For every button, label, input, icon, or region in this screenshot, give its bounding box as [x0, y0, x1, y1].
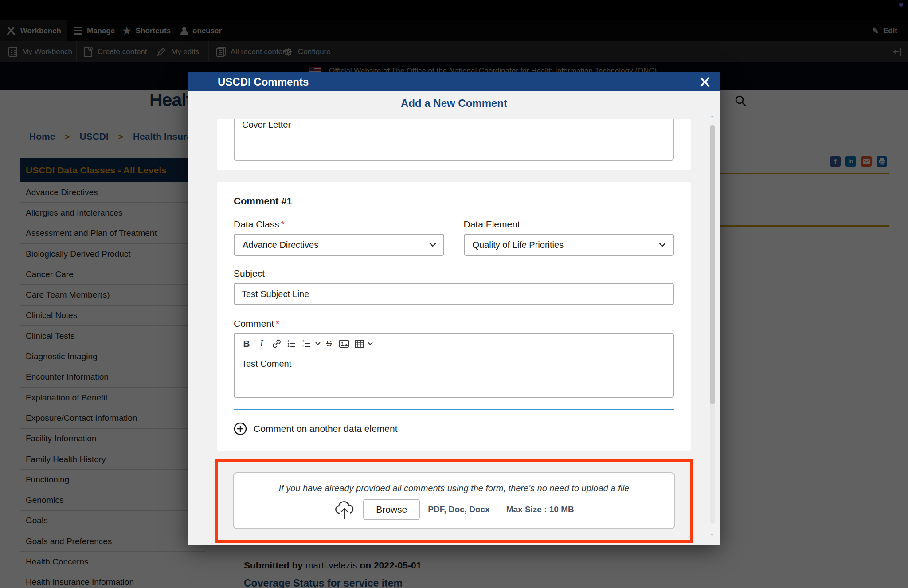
- required-marker: *: [281, 219, 285, 229]
- link-icon[interactable]: [269, 337, 284, 351]
- required-marker: *: [276, 318, 279, 329]
- plus-circle-icon: [234, 422, 247, 435]
- screen: Workbench Manage ★ Shortcuts oncuser ✎ E…: [0, 0, 908, 588]
- data-class-label: Data Class*: [234, 219, 444, 230]
- browse-button[interactable]: Browse: [363, 499, 420, 520]
- chevron-down-icon[interactable]: [367, 337, 374, 351]
- numbered-list-icon[interactable]: 12: [299, 337, 314, 351]
- data-class-select[interactable]: Advance Directives: [234, 234, 444, 256]
- add-comment-label: Comment on another data element: [254, 423, 398, 434]
- highlight-box: If you have already provided all comment…: [215, 459, 693, 543]
- subject-input[interactable]: [234, 283, 674, 305]
- scroll-up-arrow[interactable]: ↑: [710, 113, 715, 123]
- uscdi-comments-modal: USCDI Comments Add a New Comment Cover L…: [188, 72, 720, 545]
- comment-editor: B I 12 S: [234, 333, 674, 398]
- divider: [498, 504, 498, 515]
- svg-text:1: 1: [302, 340, 304, 343]
- italic-icon[interactable]: I: [254, 337, 269, 351]
- modal-body: Add a New Comment Cover Letter Comment #…: [188, 91, 720, 545]
- svg-text:2: 2: [302, 345, 304, 348]
- editor-focus-line: [234, 409, 674, 410]
- bulleted-list-icon[interactable]: [284, 337, 299, 351]
- subject-label: Subject: [234, 268, 674, 279]
- image-icon[interactable]: [337, 337, 352, 351]
- close-icon[interactable]: [698, 75, 712, 89]
- modal-header: USCDI Comments: [188, 72, 720, 91]
- upload-cloud-icon: [334, 500, 355, 519]
- data-class-value: Advance Directives: [243, 240, 318, 250]
- scroll-down-arrow[interactable]: ↓: [710, 528, 715, 538]
- comment-editor-content[interactable]: Test Coment: [235, 353, 673, 397]
- cover-letter-card: Cover Letter: [217, 119, 691, 170]
- modal-title: USCDI Comments: [218, 76, 309, 88]
- upload-note: If you have already provided all comment…: [234, 483, 674, 494]
- chevron-down-icon: [429, 243, 436, 247]
- cover-letter-textarea[interactable]: Cover Letter: [234, 119, 674, 161]
- modal-heading: Add a New Comment: [217, 97, 691, 110]
- comment-label: Comment*: [234, 318, 674, 329]
- file-upload-area: If you have already provided all comment…: [233, 472, 675, 529]
- chevron-down-icon: [659, 243, 666, 247]
- data-element-value: Quality of Life Priorities: [473, 240, 564, 250]
- strikethrough-icon[interactable]: S: [321, 337, 337, 351]
- comment-card: Comment #1 Data Class* Advance Directive…: [217, 182, 691, 451]
- file-types-text: PDF, Doc, Docx: [428, 505, 489, 514]
- editor-toolbar: B I 12 S: [235, 334, 673, 353]
- add-comment-button[interactable]: Comment on another data element: [234, 422, 674, 435]
- max-size-text: Max Size : 10 MB: [506, 505, 574, 514]
- comment-section-heading: Comment #1: [234, 196, 674, 207]
- data-element-select[interactable]: Quality of Life Priorities: [464, 234, 674, 256]
- chevron-down-icon[interactable]: [314, 337, 321, 351]
- scrollbar-thumb[interactable]: [710, 125, 715, 404]
- bold-icon[interactable]: B: [239, 337, 254, 351]
- data-element-label: Data Element: [464, 219, 674, 230]
- table-icon[interactable]: [352, 337, 367, 351]
